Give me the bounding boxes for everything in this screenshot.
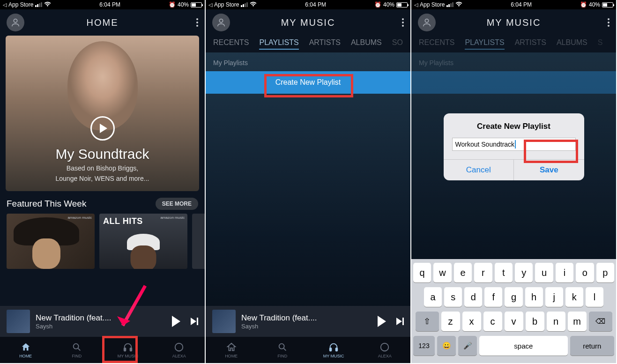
key-o[interactable]: o bbox=[576, 263, 594, 282]
key-i[interactable]: i bbox=[556, 263, 573, 282]
albums-carousel[interactable]: amazon music amazon music ALL HITS bbox=[0, 214, 205, 269]
tab-albums[interactable]: ALBUMS bbox=[557, 38, 587, 50]
key-x[interactable]: x bbox=[462, 312, 481, 331]
create-playlist-dialog: Create New Playlist Workout Soundtrack C… bbox=[444, 113, 584, 180]
nav-my-music[interactable]: MY MUSIC bbox=[114, 342, 142, 358]
key-m[interactable]: m bbox=[568, 312, 587, 331]
key-backspace[interactable]: ⌫ bbox=[589, 312, 612, 331]
tab-recents[interactable]: RECENTS bbox=[213, 38, 249, 50]
status-bar: ◁ App Store 6:04 PM ⏰ 40% bbox=[411, 0, 616, 9]
key-z[interactable]: z bbox=[441, 312, 460, 331]
nav-alexa[interactable]: ALEXA bbox=[165, 342, 193, 358]
svg-point-0 bbox=[14, 19, 17, 22]
nav-find[interactable]: FIND bbox=[63, 342, 91, 358]
back-chevron-icon[interactable]: ◁ bbox=[208, 2, 212, 8]
featured-heading: Featured This Week bbox=[7, 199, 86, 209]
key-y[interactable]: y bbox=[515, 263, 533, 282]
now-playing-bar[interactable]: New Tradition (feat.... Saysh bbox=[206, 306, 410, 337]
see-more-button[interactable]: SEE MORE bbox=[156, 198, 198, 210]
battery-pct: 40% bbox=[383, 1, 394, 8]
key-d[interactable]: d bbox=[464, 287, 482, 307]
alexa-icon bbox=[173, 342, 185, 353]
back-chevron-icon[interactable]: ◁ bbox=[414, 2, 418, 8]
next-track-button[interactable] bbox=[396, 318, 404, 325]
now-playing-artist: Saysh bbox=[36, 323, 162, 330]
tab-artists[interactable]: ARTISTS bbox=[515, 38, 546, 50]
key-b[interactable]: b bbox=[526, 312, 544, 331]
key-v[interactable]: v bbox=[505, 312, 523, 331]
now-playing-bar[interactable]: New Tradition (feat.... Saysh bbox=[0, 306, 205, 337]
save-button[interactable]: Save bbox=[513, 160, 584, 180]
tab-recents[interactable]: RECENTS bbox=[419, 38, 454, 50]
profile-avatar[interactable] bbox=[7, 14, 24, 31]
key-l[interactable]: l bbox=[586, 287, 603, 307]
key-k[interactable]: k bbox=[565, 287, 583, 307]
key-e[interactable]: e bbox=[454, 263, 472, 282]
tab-songs[interactable]: S bbox=[598, 38, 603, 50]
key-return[interactable]: return bbox=[570, 336, 614, 356]
playlist-name-input[interactable]: Workout Soundtrack bbox=[452, 138, 576, 151]
key-space[interactable]: space bbox=[479, 336, 568, 356]
nav-my-music[interactable]: MY MUSIC bbox=[320, 342, 348, 358]
key-numbers[interactable]: 123 bbox=[413, 336, 435, 356]
key-q[interactable]: q bbox=[413, 263, 431, 282]
soundtrack-hero-card[interactable]: My Soundtrack Based on Bishop Briggs, Lo… bbox=[6, 36, 199, 191]
nav-find[interactable]: FIND bbox=[268, 342, 297, 358]
svg-point-4 bbox=[175, 343, 183, 351]
headphones-icon bbox=[328, 342, 339, 353]
hero-subtitle-1: Based on Bishop Briggs, bbox=[67, 164, 138, 172]
hero-title: My Soundtrack bbox=[55, 146, 149, 162]
back-app-label[interactable]: App Store bbox=[214, 1, 239, 8]
create-playlist-row[interactable]: Create New Playlist bbox=[206, 71, 410, 94]
play-icon[interactable] bbox=[172, 316, 180, 327]
album-card[interactable] bbox=[192, 214, 205, 269]
home-icon bbox=[226, 342, 237, 353]
keyboard-row: q w e r t y u i o p bbox=[413, 263, 614, 282]
key-n[interactable]: n bbox=[547, 312, 565, 331]
key-h[interactable]: h bbox=[525, 287, 543, 307]
profile-avatar[interactable] bbox=[212, 14, 230, 31]
key-emoji[interactable]: 😀 bbox=[437, 336, 456, 356]
now-playing-artwork bbox=[212, 310, 236, 333]
tab-songs[interactable]: SO bbox=[392, 38, 403, 50]
key-shift[interactable]: ⇧ bbox=[416, 312, 439, 331]
more-menu-button[interactable] bbox=[608, 18, 610, 27]
tab-playlists[interactable]: PLAYLISTS bbox=[465, 38, 504, 50]
key-s[interactable]: s bbox=[444, 287, 462, 307]
key-p[interactable]: p bbox=[596, 263, 614, 282]
tab-artists[interactable]: ARTISTS bbox=[309, 38, 341, 50]
key-r[interactable]: r bbox=[474, 263, 492, 282]
key-w[interactable]: w bbox=[433, 263, 451, 282]
key-g[interactable]: g bbox=[505, 287, 522, 307]
key-f[interactable]: f bbox=[484, 287, 502, 307]
back-app-label[interactable]: App Store bbox=[420, 1, 445, 8]
nav-home[interactable]: HOME bbox=[217, 342, 245, 358]
status-time: 6:04 PM bbox=[511, 1, 532, 8]
play-icon[interactable] bbox=[378, 316, 386, 327]
key-c[interactable]: c bbox=[483, 312, 502, 331]
svg-point-6 bbox=[279, 344, 284, 349]
album-card[interactable]: amazon music ALL HITS bbox=[99, 214, 187, 269]
next-track-button[interactable] bbox=[191, 318, 198, 325]
alarm-icon: ⏰ bbox=[169, 1, 176, 8]
play-button[interactable] bbox=[90, 116, 115, 141]
nav-home[interactable]: HOME bbox=[12, 342, 40, 358]
page-title: HOME bbox=[87, 17, 119, 28]
key-a[interactable]: a bbox=[424, 287, 442, 307]
more-menu-button[interactable] bbox=[196, 18, 198, 27]
key-dictation[interactable]: 🎤 bbox=[458, 336, 477, 356]
key-t[interactable]: t bbox=[495, 263, 513, 282]
battery-icon bbox=[191, 2, 202, 7]
tab-playlists[interactable]: PLAYLISTS bbox=[259, 38, 298, 50]
tab-albums[interactable]: ALBUMS bbox=[351, 38, 382, 50]
more-menu-button[interactable] bbox=[402, 18, 404, 27]
key-j[interactable]: j bbox=[545, 287, 563, 307]
profile-avatar[interactable] bbox=[418, 14, 436, 31]
back-chevron-icon[interactable]: ◁ bbox=[3, 2, 7, 8]
back-app-label[interactable]: App Store bbox=[8, 1, 33, 8]
phone-screen-playlists: ◁ App Store 6:04 PM ⏰ 40% MY MUSIC RECEN… bbox=[206, 0, 410, 363]
key-u[interactable]: u bbox=[535, 263, 553, 282]
cancel-button[interactable]: Cancel bbox=[444, 160, 514, 180]
album-card[interactable]: amazon music bbox=[7, 214, 95, 269]
nav-alexa[interactable]: ALEXA bbox=[371, 342, 399, 358]
